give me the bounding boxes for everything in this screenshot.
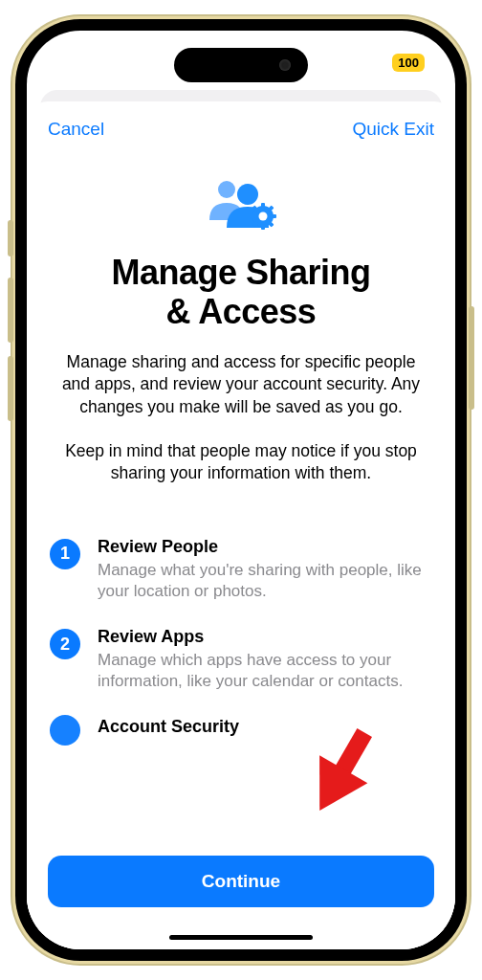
dynamic-island — [174, 48, 308, 82]
step-number-badge — [50, 715, 80, 746]
step-title: Review People — [98, 537, 432, 557]
step-title: Account Security — [98, 717, 432, 737]
volume-down-button — [8, 356, 13, 421]
svg-point-11 — [259, 212, 268, 221]
modal-sheet: Cancel Quick Exit — [27, 101, 455, 949]
step-review-apps: 2 Review Apps Manage which apps have acc… — [50, 627, 432, 692]
svg-rect-6 — [271, 214, 276, 218]
phone-frame: 100 Cancel Quick Exit — [15, 19, 467, 961]
quick-exit-button[interactable]: Quick Exit — [352, 119, 434, 140]
home-indicator[interactable] — [169, 935, 313, 940]
svg-point-0 — [218, 181, 235, 198]
svg-point-1 — [237, 184, 258, 205]
footer: Continue — [27, 840, 455, 949]
steps-list: 1 Review People Manage what you're shari… — [50, 537, 432, 746]
continue-button[interactable]: Continue — [48, 856, 434, 907]
step-desc: Manage what you're sharing with people, … — [98, 560, 432, 602]
step-account-security: Account Security — [50, 717, 432, 746]
step-title: Review Apps — [98, 627, 432, 647]
step-review-people: 1 Review People Manage what you're shari… — [50, 537, 432, 602]
page-title: Manage Sharing & Access — [50, 253, 432, 332]
note-text: Keep in mind that people may notice if y… — [50, 440, 432, 485]
side-button — [469, 306, 474, 410]
camera-icon — [279, 59, 291, 71]
battery-badge: 100 — [392, 54, 425, 72]
step-number-badge: 2 — [50, 629, 80, 659]
description-text: Manage sharing and access for specific p… — [50, 351, 432, 419]
step-number-badge: 1 — [50, 539, 80, 569]
screen: 100 Cancel Quick Exit — [27, 31, 455, 949]
cancel-button[interactable]: Cancel — [48, 119, 104, 140]
svg-rect-4 — [261, 224, 265, 230]
mute-switch — [8, 220, 13, 256]
volume-up-button — [8, 278, 13, 343]
svg-rect-3 — [261, 203, 265, 209]
nav-bar: Cancel Quick Exit — [27, 101, 455, 140]
people-gear-icon — [50, 178, 432, 232]
svg-rect-5 — [250, 214, 255, 218]
step-desc: Manage which apps have access to your in… — [98, 650, 432, 692]
